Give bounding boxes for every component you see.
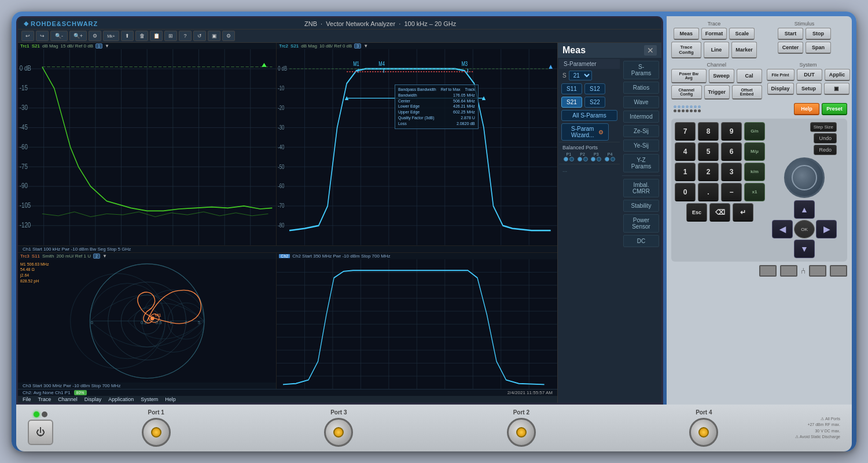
cal-btn[interactable]: Cal: [737, 69, 762, 83]
setup-btn[interactable]: Setup: [796, 83, 822, 95]
intermod-btn[interactable]: Intermod: [623, 111, 659, 123]
key-8[interactable]: 8: [698, 122, 719, 141]
power-bw-btn[interactable]: Power Bw Avg: [671, 69, 707, 83]
display-btn[interactable]: Display: [767, 83, 794, 95]
nav-right[interactable]: ▶: [816, 220, 837, 238]
channel-config-btn[interactable]: Channel Config: [671, 85, 702, 100]
key-backspace[interactable]: ⌫: [709, 203, 730, 222]
wave-btn[interactable]: Wave: [623, 96, 659, 108]
stop-btn[interactable]: Stop: [806, 28, 831, 40]
key-esc[interactable]: Esc: [686, 203, 707, 222]
meas-hw-btn[interactable]: Meas: [674, 28, 699, 40]
key-3[interactable]: 3: [721, 163, 742, 181]
file-print-btn[interactable]: File Print: [767, 69, 795, 81]
ze-sij-btn[interactable]: Ze-Sij: [623, 125, 659, 137]
trc1-dropdown[interactable]: ▼: [105, 43, 109, 49]
config-btn[interactable]: ⚙: [222, 31, 235, 41]
s-select[interactable]: 21 11 12 22: [569, 71, 592, 80]
undo-btn[interactable]: ↩: [21, 31, 34, 41]
stability-btn[interactable]: Stability: [623, 200, 659, 212]
s11-btn[interactable]: S11: [561, 83, 582, 94]
rect-btn[interactable]: ▣: [208, 31, 220, 41]
key-gn[interactable]: G/n: [744, 122, 765, 141]
p2-radio1[interactable]: [578, 157, 582, 161]
key-enter[interactable]: ↵: [733, 203, 753, 222]
refresh-btn[interactable]: ↺: [193, 31, 206, 41]
key-x1[interactable]: x1: [744, 183, 765, 201]
rotary-knob[interactable]: [784, 157, 825, 198]
center-btn[interactable]: Center: [778, 42, 803, 54]
yz-params-btn[interactable]: Y-Z Params: [623, 154, 659, 172]
format-btn[interactable]: Format: [701, 28, 727, 40]
menu-file[interactable]: File: [23, 396, 31, 402]
settings-btn[interactable]: ⚙: [89, 31, 101, 41]
menu-system[interactable]: System: [141, 396, 158, 402]
menu-channel[interactable]: Channel: [58, 396, 78, 402]
power-sensor-btn[interactable]: Power Sensor: [623, 214, 659, 233]
redo-btn-hw[interactable]: Redo: [814, 145, 837, 155]
menu-application[interactable]: Application: [108, 396, 134, 402]
menu-help[interactable]: Help: [165, 396, 176, 402]
help-icon-btn[interactable]: ?: [179, 31, 192, 41]
mkplus-btn[interactable]: Mk+: [103, 31, 119, 41]
key-7[interactable]: 7: [675, 122, 696, 141]
preset-btn[interactable]: Preset: [822, 103, 847, 115]
span-btn[interactable]: Span: [806, 42, 831, 54]
key-2[interactable]: 2: [698, 163, 719, 181]
arrow-btn[interactable]: ⬆: [121, 31, 134, 41]
menu-display[interactable]: Display: [84, 396, 102, 402]
windows-btn[interactable]: ⊞: [164, 31, 177, 41]
scale-btn[interactable]: Scale: [729, 28, 755, 40]
marker-btn[interactable]: Marker: [731, 42, 757, 58]
key-mu[interactable]: M/μ: [744, 142, 765, 161]
delete-btn[interactable]: 🗑: [135, 31, 148, 41]
ye-sij-btn[interactable]: Ye-Sij: [623, 139, 659, 152]
key-dot[interactable]: .: [698, 183, 719, 201]
zoom-out-btn[interactable]: 🔍-: [50, 31, 68, 41]
copy-btn[interactable]: 📋: [150, 31, 163, 41]
nav-up[interactable]: ▲: [794, 200, 815, 219]
undo-btn-hw[interactable]: Undo: [814, 133, 837, 144]
s21-btn[interactable]: S21: [561, 97, 582, 108]
applic-btn[interactable]: Applic: [825, 69, 850, 81]
trc2-dropdown[interactable]: ▼: [363, 43, 368, 49]
dut-btn[interactable]: DUT: [797, 69, 822, 81]
zoom-in-btn[interactable]: 🔍+: [69, 31, 87, 41]
nav-left[interactable]: ◀: [772, 220, 793, 238]
p4-radio2[interactable]: [610, 157, 615, 161]
trigger-btn[interactable]: Trigger: [704, 85, 730, 100]
s-params-side-btn[interactable]: S-Params: [623, 61, 659, 79]
key-minus[interactable]: −: [721, 183, 742, 201]
wizard-btn[interactable]: S-Param Wizard... ⚙: [561, 123, 609, 141]
key-5[interactable]: 5: [698, 142, 719, 161]
trc3-dropdown[interactable]: ▼: [102, 253, 107, 259]
line-btn[interactable]: Line: [704, 42, 729, 58]
start-btn[interactable]: Start: [778, 28, 803, 40]
p1-radio2[interactable]: [569, 157, 574, 161]
menu-trace[interactable]: Trace: [38, 396, 52, 402]
p4-radio1[interactable]: [605, 157, 609, 161]
nav-ok[interactable]: OK: [794, 220, 815, 238]
key-4[interactable]: 4: [675, 142, 696, 161]
offset-embed-btn[interactable]: Offset Embed: [732, 85, 762, 100]
step-size-btn[interactable]: Step Size: [810, 122, 837, 132]
help-hw-btn[interactable]: Help: [794, 103, 819, 115]
power-button[interactable]: ⏻: [28, 420, 53, 445]
sweep-btn[interactable]: Sweep: [709, 69, 734, 83]
ratios-btn[interactable]: Ratios: [623, 82, 659, 94]
monitor-btn[interactable]: ▣: [824, 83, 849, 95]
key-1[interactable]: 1: [675, 163, 696, 181]
p3-radio1[interactable]: [591, 157, 595, 161]
all-sparams-btn[interactable]: All S-Params: [561, 110, 617, 121]
imbal-cmrr-btn[interactable]: Imbal. CMRR: [623, 179, 659, 197]
key-9[interactable]: 9: [721, 122, 742, 141]
trace-config-btn[interactable]: Trace Config: [671, 42, 701, 58]
p2-radio2[interactable]: [583, 157, 588, 161]
meas-close-btn[interactable]: ✕: [644, 45, 657, 56]
s22-btn[interactable]: S22: [584, 97, 605, 108]
redo-btn[interactable]: ↪: [36, 31, 49, 41]
p3-radio2[interactable]: [597, 157, 601, 161]
s12-btn[interactable]: S12: [584, 83, 605, 94]
nav-down[interactable]: ▼: [794, 240, 815, 258]
key-km[interactable]: k/m: [744, 163, 765, 181]
